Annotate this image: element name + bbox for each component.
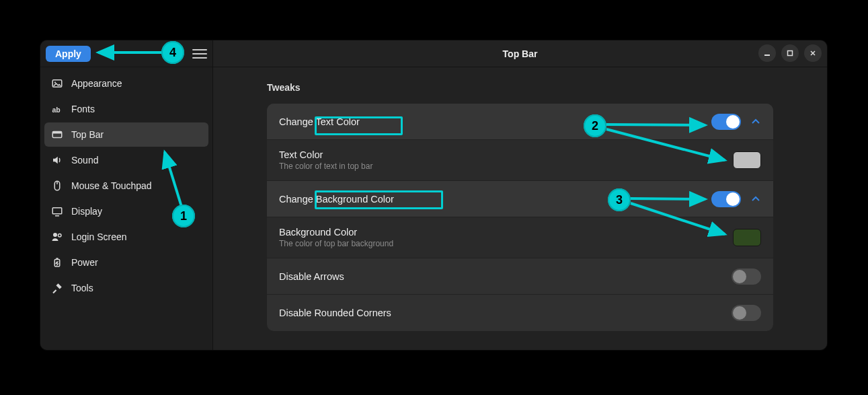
row-bg-color: Background Color The color of top bar ba… [267,217,773,258]
page-title: Top Bar [503,48,538,59]
window-controls [758,44,822,62]
sidebar-header: Apply [40,40,212,67]
sidebar-list: Appearance ab Fonts Top Bar [40,67,212,304]
sound-icon [51,154,63,166]
fonts-icon: ab [51,103,63,115]
color-swatch-text[interactable] [733,151,761,169]
appearance-icon [51,77,63,89]
sidebar-item-mouse-touchpad[interactable]: Mouse & Touchpad [44,174,208,198]
app-window: Apply Appearance ab Fonts [40,40,827,350]
sidebar-item-label: Fonts [71,104,95,114]
sidebar-item-appearance[interactable]: Appearance [44,71,208,96]
svg-rect-12 [56,258,58,259]
sidebar-item-login-screen[interactable]: Login Screen [44,225,208,249]
titlebar: Top Bar [213,40,827,67]
sidebar-item-label: Mouse & Touchpad [71,180,152,191]
login-screen-icon [51,231,63,243]
row-label: Disable Arrows [279,271,732,282]
row-change-text-color[interactable]: Change Text Color [267,104,773,140]
svg-point-10 [58,234,62,238]
row-subtitle: The color of top bar background [279,239,733,248]
svg-rect-14 [788,51,793,56]
sidebar-item-label: Power [71,257,98,268]
row-label: Background Color [279,227,733,238]
toggle-change-text-color[interactable] [711,114,741,130]
top-bar-icon [51,129,63,141]
chevron-up-icon[interactable] [750,116,761,127]
apply-button[interactable]: Apply [46,46,91,62]
row-change-bg-color[interactable]: Change Background Color [267,181,773,217]
toggle-disable-arrows[interactable] [732,268,761,285]
sidebar-item-display[interactable]: Display [44,199,208,223]
sidebar-item-top-bar[interactable]: Top Bar [44,122,208,147]
svg-rect-13 [764,55,770,56]
sidebar-item-tools[interactable]: Tools [44,276,208,300]
display-icon [51,205,63,217]
row-subtitle: The color of text in top bar [279,161,733,171]
sidebar: Apply Appearance ab Fonts [40,40,213,350]
svg-point-1 [54,81,56,83]
sidebar-item-label: Sound [71,155,98,166]
row-label: Text Color [279,149,733,160]
section-title-tweaks: Tweaks [267,82,773,93]
content-area: Tweaks Change Text Color Text Colo [213,67,827,345]
row-label: Change Background Color [279,194,711,205]
sidebar-item-label: Top Bar [71,129,104,140]
row-text-color: Text Color The color of text in top bar [267,140,773,181]
svg-text:ab: ab [52,106,61,114]
tools-icon [51,282,63,294]
svg-rect-7 [52,208,62,214]
power-icon [51,256,63,268]
chevron-up-icon[interactable] [750,194,761,205]
svg-rect-4 [52,132,62,134]
main-panel: Top Bar Tweaks [213,40,827,350]
row-disable-arrows: Disable Arrows [267,258,773,295]
sidebar-item-fonts[interactable]: ab Fonts [44,97,208,121]
sidebar-item-label: Display [71,206,102,217]
row-label: Change Text Color [279,116,711,127]
hamburger-menu-icon[interactable] [192,46,207,61]
sidebar-item-sound[interactable]: Sound [44,148,208,172]
row-label: Disable Rounded Corners [279,308,732,318]
tweaks-list: Change Text Color Text Color The color o… [267,104,773,331]
toggle-change-bg-color[interactable] [711,191,741,207]
svg-point-9 [53,233,57,237]
row-disable-rounded: Disable Rounded Corners [267,295,773,331]
toggle-disable-rounded[interactable] [732,305,761,321]
sidebar-item-label: Tools [71,283,93,293]
mouse-icon [51,180,63,192]
minimize-button[interactable] [758,44,776,62]
sidebar-item-label: Appearance [71,78,122,89]
sidebar-item-power[interactable]: Power [44,250,208,275]
color-swatch-bg[interactable] [733,229,761,246]
sidebar-item-label: Login Screen [71,231,127,242]
close-button[interactable] [804,44,822,62]
maximize-button[interactable] [781,44,799,62]
